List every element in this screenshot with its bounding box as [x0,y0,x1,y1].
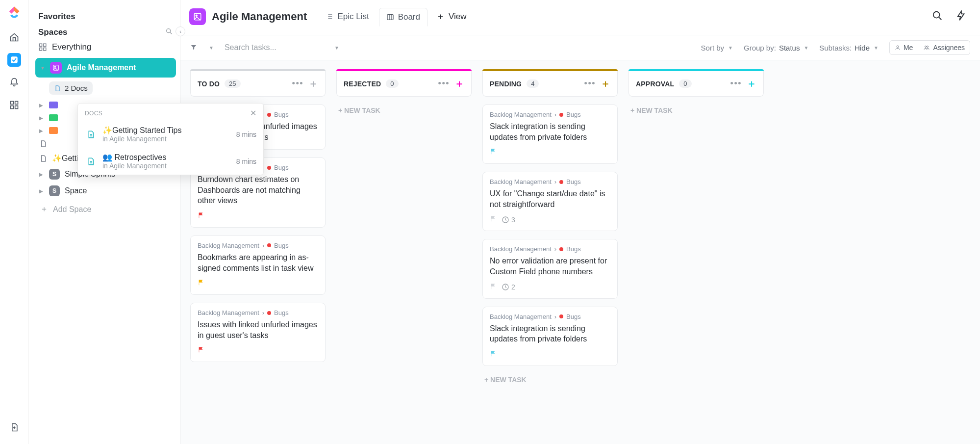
group-by-button[interactable]: Group by: Status▼ [744,44,808,52]
column-add-icon[interactable]: ＋ [454,77,464,90]
space-label: Space [65,186,87,195]
chevron-right-icon: ▶ [39,128,44,133]
sprint-points: 2 [502,283,515,291]
automation-icon[interactable] [954,8,968,25]
tasks-icon[interactable] [7,53,21,67]
card-title: Slack integration is sending updates fro… [490,323,610,344]
task-card[interactable]: Backlog Management›BugsBookmarks are app… [190,235,326,295]
card-meta [198,279,318,287]
close-icon[interactable]: ✕ [250,108,256,118]
nav-rail [0,0,28,444]
filter-chevron-icon[interactable]: ▼ [209,45,214,51]
sort-by-button[interactable]: Sort by▼ [701,44,733,52]
svg-rect-4 [15,106,18,109]
search-spaces-icon[interactable] [165,27,173,37]
page-title: Agile Management [212,10,307,23]
subtasks-label: Subtasks: [819,44,852,52]
everything-link[interactable]: Everything [38,42,173,52]
svg-point-11 [54,66,55,67]
breadcrumb[interactable]: Agile Management [189,8,307,25]
app-logo[interactable] [6,5,23,22]
column-add-icon[interactable]: ＋ [747,77,756,90]
task-card[interactable]: Backlog Management›BugsIssues with linke… [190,303,326,362]
task-card[interactable]: Backlog Management›BugsSlack integration… [482,307,618,366]
column-menu-icon[interactable]: ••• [584,78,596,89]
column-add-icon[interactable]: ＋ [601,77,610,90]
svg-rect-3 [10,106,13,109]
chevron-right-icon: ▶ [39,172,44,177]
card-breadcrumb: Backlog Management›Bugs [490,245,610,253]
filter-icon[interactable] [190,44,197,52]
column-title: PENDING [490,80,522,88]
me-label: Me [904,44,913,52]
task-card[interactable]: Backlog Management›BugsUX for "Change st… [482,172,618,231]
svg-point-13 [196,15,197,16]
add-space-button[interactable]: ＋ Add Space [35,199,176,219]
task-card[interactable]: Backlog Management›BugsSlack integration… [482,104,618,164]
plus-icon: ＋ [40,204,48,214]
space-label: Agile Management [67,63,136,72]
doc-icon [85,156,97,167]
docs-pill[interactable]: 2 Docs [49,81,93,95]
doc-time: 8 mins [236,131,256,138]
plus-icon: ＋ [436,11,445,22]
column-menu-icon[interactable]: ••• [730,78,742,89]
new-doc-icon[interactable] [7,420,21,434]
column-menu-icon[interactable]: ••• [438,78,450,89]
column-pending: PENDING 4 ••• ＋ Backlog Management›BugsS… [482,69,618,435]
card-title: Issues with linked unfurled images in gu… [198,319,318,340]
notifications-icon[interactable] [7,76,21,89]
card-meta: 2 [490,283,610,291]
card-meta [490,350,610,359]
collapse-sidebar-button[interactable]: ‹ [176,26,185,36]
assignees-filter-button[interactable]: Assignees [918,40,970,55]
search-icon[interactable] [930,8,945,25]
search-input[interactable] [225,43,323,52]
new-task-button[interactable]: + NEW TASK [336,104,472,121]
space-icon [189,8,206,25]
new-task-button[interactable]: + NEW TASK [628,104,764,121]
svg-rect-8 [39,48,42,51]
search-chevron-icon[interactable]: ▼ [334,45,339,51]
space-generic[interactable]: ▶ S Space [35,183,176,199]
column-title: APPROVAL [636,80,674,88]
card-title: UX for "Change start/due date" is not st… [490,188,610,209]
column-menu-icon[interactable]: ••• [292,78,303,89]
column-header: REJECTED 0 ••• ＋ [336,71,472,97]
card-meta [490,148,610,157]
chevron-right-icon: ▶ [39,115,44,121]
add-view-button[interactable]: ＋ View [430,7,473,26]
view-label: View [449,12,467,22]
priority-flag-icon [490,148,497,157]
subtasks-button[interactable]: Subtasks: Hide▼ [819,44,879,52]
card-breadcrumb: Backlog Management›Bugs [490,111,610,118]
card-meta [198,212,318,220]
sidebar: Favorites Spaces Everything ▼ Agile Mana… [28,0,180,444]
everything-label: Everything [52,42,91,52]
me-filter-button[interactable]: Me [889,40,918,55]
doc-title: ✨Getting Started Tips [102,126,230,135]
column-header: TO DO 25 ••• ＋ [190,71,326,97]
folder-icon [49,102,58,108]
tab-epic-list[interactable]: Epic List [319,8,376,26]
spaces-header[interactable]: Spaces [38,27,68,37]
column-add-icon[interactable]: ＋ [308,77,318,90]
space-avatar: S [49,185,60,196]
favorites-header[interactable]: Favorites [38,12,173,22]
apps-icon[interactable] [7,98,21,112]
new-task-button[interactable]: + NEW TASK [482,374,618,391]
tab-board[interactable]: Board [379,8,427,26]
space-agile-management[interactable]: ▼ Agile Management [35,58,176,78]
doc-row[interactable]: ✨Getting Started Tips in Agile Managemen… [78,121,263,148]
column-rejected: REJECTED 0 ••• ＋ + NEW TASK [336,69,472,435]
home-icon[interactable] [7,30,21,44]
task-card[interactable]: Backlog Management›BugsNo error validati… [482,239,618,298]
svg-rect-1 [10,102,13,104]
priority-flag-icon [198,212,204,220]
card-meta: 3 [490,215,610,224]
toolbar: ▼ ▼ Sort by▼ Group by: Status▼ Subtasks:… [180,35,980,60]
chevron-right-icon: ▶ [39,103,44,108]
doc-row[interactable]: 👥 Retrospectives in Agile Management 8 m… [78,148,263,175]
docs-pill-label: 2 Docs [65,84,88,92]
card-title: Burndown chart estimates on Dashboards a… [198,174,318,206]
